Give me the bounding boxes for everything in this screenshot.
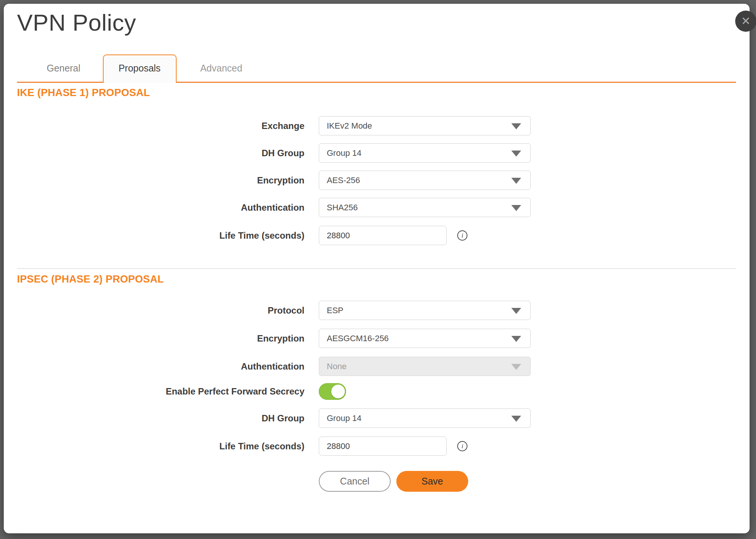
section-title-ipsec-phase2: IPSEC (PHASE 2) PROPOSAL [17,273,164,285]
authentication-label-p2: Authentication [13,361,304,372]
row-perfect-forward-secrecy: Enable Perfect Forward Secrecy [13,383,346,400]
chevron-down-icon [511,336,521,342]
dh-group-select-p1[interactable]: Group 14 [319,143,531,163]
chevron-down-icon [511,364,521,370]
encryption-select-p2[interactable]: AESGCM16-256 [319,329,531,348]
section-divider [17,268,736,269]
dh-group-select-p2[interactable]: Group 14 [319,409,531,428]
life-time-input-p1[interactable] [319,226,447,245]
row-encryption-p1: Encryption AES-256 [13,171,531,190]
tab-proposals[interactable]: Proposals [118,54,160,82]
chevron-down-icon [511,205,521,211]
cancel-button[interactable]: Cancel [319,471,391,492]
encryption-select-p1[interactable]: AES-256 [319,171,531,190]
encryption-value-p1: AES-256 [327,176,360,185]
life-time-label-p2: Life Time (seconds) [13,441,304,452]
authentication-select-p1[interactable]: SHA256 [319,198,531,217]
protocol-label: Protocol [13,305,304,316]
encryption-label-p2: Encryption [13,333,304,344]
tab-advanced[interactable]: Advanced [200,54,242,82]
chevron-down-icon [511,416,521,422]
row-life-time-p1: Life Time (seconds) i [13,226,467,245]
chevron-down-icon [511,151,521,157]
dh-group-label: DH Group [13,148,304,158]
page-title: VPN Policy [17,9,136,36]
exchange-select[interactable]: IKEv2 Mode [319,116,531,135]
encryption-value-p2: AESGCM16-256 [327,334,389,343]
row-dh-group-p2: DH Group Group 14 [13,409,531,428]
encryption-label-p1: Encryption [13,175,304,186]
row-dh-group-p1: DH Group Group 14 [13,143,531,163]
vpn-policy-dialog: VPN Policy General Proposals Advanced IK… [4,4,750,533]
tab-general[interactable]: General [47,54,81,82]
life-time-label-p1: Life Time (seconds) [13,230,304,241]
row-life-time-p2: Life Time (seconds) i [13,436,467,456]
pfs-toggle-on[interactable] [319,383,346,400]
exchange-value: IKEv2 Mode [327,121,372,131]
row-authentication-p1: Authentication SHA256 [13,198,531,217]
authentication-value-p2: None [327,362,347,371]
row-protocol: Protocol ESP [13,301,531,320]
life-time-input-p2[interactable] [319,436,447,456]
section-title-ike-phase1: IKE (PHASE 1) PROPOSAL [17,87,150,99]
authentication-label-p1: Authentication [13,202,304,213]
chevron-down-icon [511,123,521,129]
chevron-down-icon [511,308,521,314]
save-button[interactable]: Save [396,471,468,492]
toggle-knob [331,385,345,398]
close-button[interactable]: ✕ [735,11,756,32]
info-icon[interactable]: i [457,441,467,451]
chevron-down-icon [511,178,521,184]
close-icon: ✕ [741,16,750,27]
row-authentication-p2: Authentication None [13,357,531,376]
info-icon[interactable]: i [457,230,467,241]
authentication-value-p1: SHA256 [327,203,358,213]
authentication-select-p2-disabled: None [319,357,531,376]
pfs-label: Enable Perfect Forward Secrecy [13,386,304,397]
row-exchange: Exchange IKEv2 Mode [13,116,531,135]
protocol-select[interactable]: ESP [319,301,531,320]
protocol-value: ESP [327,306,343,315]
row-encryption-p2: Encryption AESGCM16-256 [13,329,531,348]
exchange-label: Exchange [13,121,304,131]
dh-group-value-p2: Group 14 [327,413,362,423]
dh-group-value-p1: Group 14 [327,148,362,158]
dh-group-label-p2: DH Group [13,413,304,424]
